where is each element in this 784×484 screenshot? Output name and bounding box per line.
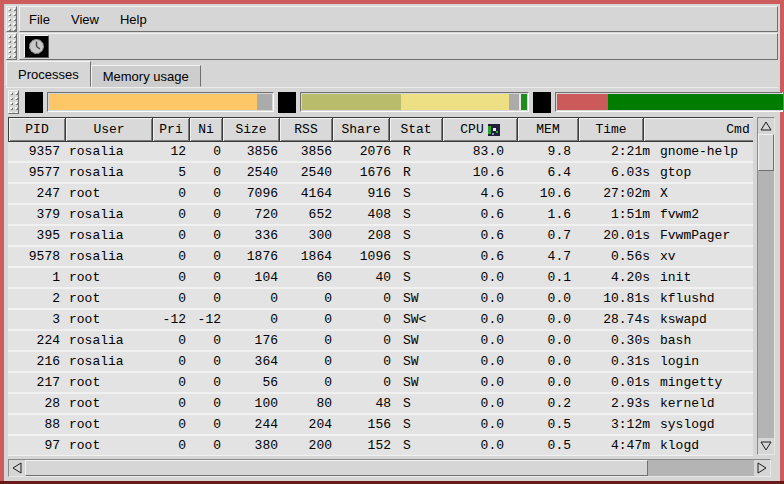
cell-share: 0 <box>338 289 396 308</box>
clock-icon <box>28 38 45 55</box>
cell-cmd: gtop <box>654 163 753 182</box>
column-header-size[interactable]: Size <box>222 117 280 142</box>
cell-stat: S <box>396 415 450 434</box>
cell-share: 408 <box>338 205 396 224</box>
cell-user: rosalia <box>66 226 154 245</box>
cell-pid: 247 <box>8 184 66 203</box>
vertical-scrollbar[interactable] <box>757 117 775 455</box>
process-row[interactable]: 224rosalia0017600SW0.00.00.30sbash <box>8 331 753 352</box>
cell-time: 1:51m <box>588 205 654 224</box>
cell-rss: 1864 <box>284 247 338 266</box>
cell-cmd: kerneld <box>654 394 753 413</box>
column-header-pid[interactable]: PID <box>8 117 66 142</box>
cell-pid: 9357 <box>8 142 66 161</box>
cell-stat: S <box>396 205 450 224</box>
cell-stat: S <box>396 184 450 203</box>
menubar-grip[interactable] <box>6 6 17 32</box>
process-row[interactable]: 395rosalia00336300208S0.60.720.01sFvwmPa… <box>8 226 753 247</box>
cell-cmd: mingetty <box>654 373 753 392</box>
mini-graph-swap <box>533 92 551 113</box>
cell-user: rosalia <box>66 142 154 161</box>
cell-stat: SW <box>396 289 450 308</box>
cell-share: 2076 <box>338 142 396 161</box>
column-header-ni[interactable]: Ni <box>189 117 223 142</box>
cell-mem: 0.0 <box>526 331 588 350</box>
column-header-cmd[interactable]: Cmd <box>643 117 753 142</box>
cell-mem: 1.6 <box>526 205 588 224</box>
cell-ni: 0 <box>192 289 226 308</box>
menu-item-help[interactable]: Help <box>111 9 159 30</box>
cell-pri: 5 <box>154 163 192 182</box>
cell-share: 48 <box>338 394 396 413</box>
vertical-scrollbar-thumb[interactable] <box>758 134 774 171</box>
process-row[interactable]: 28root001008048S0.00.22.93skerneld <box>8 394 753 415</box>
cell-size: 244 <box>226 415 284 434</box>
column-header-rss[interactable]: RSS <box>279 117 333 142</box>
cell-pid: 216 <box>8 352 66 371</box>
cell-rss: 0 <box>284 289 338 308</box>
cell-user: root <box>66 184 154 203</box>
column-header-label: Pri <box>159 122 182 137</box>
process-row[interactable]: 2root00000SW0.00.010.81skflushd <box>8 289 753 310</box>
column-header-share[interactable]: Share <box>332 117 390 142</box>
cell-user: root <box>66 394 154 413</box>
cell-pri: 0 <box>154 205 192 224</box>
clock-tool-button[interactable] <box>24 35 49 58</box>
notebook-page-edge <box>6 87 778 88</box>
tab-memory-usage[interactable]: Memory usage <box>91 65 201 87</box>
process-row[interactable]: 247root0070964164916S4.610.627:02mX <box>8 184 753 205</box>
process-row[interactable]: 97root00380200152S0.00.54:47mklogd <box>8 436 753 456</box>
scroll-left-button[interactable] <box>9 460 25 476</box>
column-header-mem[interactable]: MEM <box>517 117 579 142</box>
scroll-up-button[interactable] <box>758 118 774 134</box>
menubar-handlebox: FileViewHelp <box>6 6 778 32</box>
cell-cpu: 0.0 <box>450 331 526 350</box>
process-row[interactable]: 9577rosalia50254025401676R10.66.46.03sgt… <box>8 163 753 184</box>
cell-rss: 4164 <box>284 184 338 203</box>
tab-processes[interactable]: Processes <box>6 61 91 87</box>
process-row[interactable]: 88root00244204156S0.00.53:12msyslogd <box>8 415 753 436</box>
process-row[interactable]: 379rosalia00720652408S0.61.61:51mfvwm2 <box>8 205 753 226</box>
cell-pri: 0 <box>154 331 192 350</box>
cell-mem: 0.0 <box>526 310 588 329</box>
cell-rss: 204 <box>284 415 338 434</box>
process-row[interactable]: 1root001046040S0.00.14.20sinit <box>8 268 753 289</box>
cell-cpu: 0.0 <box>450 289 526 308</box>
cell-ni: 0 <box>192 184 226 203</box>
toolbar-grip[interactable] <box>6 33 17 60</box>
cell-cpu: 0.0 <box>450 310 526 329</box>
cell-cmd: login <box>654 352 753 371</box>
cell-ni: 0 <box>192 352 226 371</box>
cell-size: 56 <box>226 373 284 392</box>
column-header-time[interactable]: Time <box>578 117 644 142</box>
summary-grip[interactable] <box>8 90 19 114</box>
cell-mem: 0.5 <box>526 415 588 434</box>
process-row[interactable]: 216rosalia0036400SW0.00.00.31slogin <box>8 352 753 373</box>
cell-size: 336 <box>226 226 284 245</box>
cell-time: 27:02m <box>588 184 654 203</box>
column-header-pri[interactable]: Pri <box>152 117 190 142</box>
horizontal-scrollbar-thumb[interactable] <box>25 460 648 476</box>
column-header-cpu[interactable]: CPU <box>442 117 518 142</box>
column-header-user[interactable]: User <box>65 117 153 142</box>
process-row[interactable]: 9357rosalia120385638562076R83.09.82:21mg… <box>8 142 753 163</box>
cell-user: root <box>66 436 154 455</box>
cell-time: 2:21m <box>588 142 654 161</box>
scroll-down-button[interactable] <box>758 438 774 454</box>
menu-item-file[interactable]: File <box>20 9 62 30</box>
column-header-stat[interactable]: Stat <box>389 117 443 142</box>
process-row[interactable]: 9578rosalia00187618641096S0.64.70.56sxv <box>8 247 753 268</box>
horizontal-scrollbar[interactable] <box>8 459 771 477</box>
cell-rss: 300 <box>284 226 338 245</box>
cell-pri: 0 <box>154 394 192 413</box>
cell-size: 100 <box>226 394 284 413</box>
column-header-label: Share <box>341 122 380 137</box>
column-header-label: RSS <box>294 122 317 137</box>
scroll-right-button[interactable] <box>754 460 770 476</box>
process-row[interactable]: 3root-12-12000SW<0.00.028.74skswapd <box>8 310 753 331</box>
column-header-label: User <box>93 122 124 137</box>
cell-ni: 0 <box>192 373 226 392</box>
process-row[interactable]: 217root005600SW0.00.00.01smingetty <box>8 373 753 394</box>
menu-item-view[interactable]: View <box>62 9 111 30</box>
cell-share: 208 <box>338 226 396 245</box>
